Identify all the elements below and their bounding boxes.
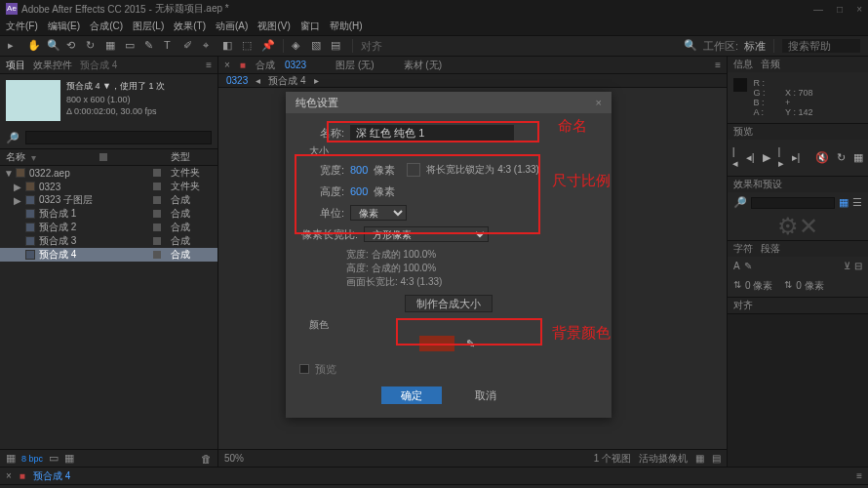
panel-menu-icon[interactable]: ≡: [715, 60, 721, 70]
help-search-input[interactable]: [782, 39, 860, 53]
last-frame-icon[interactable]: ▸|: [792, 151, 801, 164]
preview-opt-icon[interactable]: ▦: [853, 151, 863, 164]
menu-effect[interactable]: 效果(T): [174, 20, 206, 33]
project-item[interactable]: 预合成 4合成: [0, 248, 217, 262]
tab-layer[interactable]: 图层 (无): [335, 59, 374, 72]
tl-close-icon[interactable]: ×: [6, 470, 12, 481]
project-item[interactable]: 预合成 1合成: [0, 207, 217, 221]
strike-icon[interactable]: ⊟: [854, 261, 862, 271]
loop-icon[interactable]: ↻: [837, 151, 846, 164]
menu-comp[interactable]: 合成(C): [90, 20, 123, 33]
maximize-icon[interactable]: □: [837, 4, 843, 15]
comp-tab-name[interactable]: 0323: [285, 60, 306, 70]
lock-ratio-label[interactable]: 将长宽比锁定为 4:3 (1.33): [426, 163, 539, 177]
viewer-opt2-icon[interactable]: ▤: [712, 453, 721, 464]
search-icon[interactable]: 🔎: [6, 132, 20, 144]
project-list[interactable]: ▼0322.aep文件夹▶0323文件夹▶0323 子图层合成预合成 1合成预合…: [0, 166, 217, 449]
cancel-button[interactable]: 取消: [455, 386, 516, 404]
close-icon[interactable]: ×: [856, 4, 862, 15]
eyedropper-icon[interactable]: ✎: [466, 338, 478, 349]
tab-audio[interactable]: 音频: [761, 58, 780, 71]
trash-icon[interactable]: 🗑: [201, 453, 212, 465]
next-frame-icon[interactable]: |▸: [778, 145, 784, 170]
zoom-tool-icon[interactable]: 🔍: [47, 39, 60, 53]
tab-footage[interactable]: 素材 (无): [404, 59, 442, 72]
col-type[interactable]: 类型: [171, 150, 190, 164]
ok-button[interactable]: 确定: [381, 386, 442, 404]
tab-fx-presets[interactable]: 效果和预设: [733, 178, 782, 191]
camera-tool-icon[interactable]: ▦: [105, 39, 119, 53]
project-item[interactable]: 预合成 3合成: [0, 234, 217, 248]
mask-tool-icon[interactable]: ▧: [311, 39, 325, 53]
grid-view-icon[interactable]: ▦: [839, 196, 848, 209]
tool-icon[interactable]: ▤: [331, 39, 344, 53]
color-swatch[interactable]: [419, 336, 454, 351]
panel-menu-icon[interactable]: ≡: [856, 470, 862, 481]
breadcrumb-comp[interactable]: 0323: [226, 75, 248, 86]
tl-comp-name[interactable]: 预合成 4: [33, 469, 70, 483]
menu-layer[interactable]: 图层(L): [133, 20, 164, 33]
pen-tool-icon[interactable]: ✎: [144, 39, 158, 53]
width-value[interactable]: 800: [350, 164, 368, 176]
project-search-input[interactable]: [25, 131, 212, 144]
tl-lock-icon[interactable]: ■: [20, 470, 25, 481]
menu-window[interactable]: 窗口: [300, 20, 320, 33]
breadcrumb-layer[interactable]: 预合成 4: [268, 74, 305, 88]
tab-info[interactable]: 信息: [733, 58, 753, 71]
tab-align[interactable]: 对齐: [733, 299, 753, 312]
new-folder-icon[interactable]: ▭: [49, 452, 59, 465]
dialog-close-icon[interactable]: ×: [596, 97, 602, 108]
col-name[interactable]: 名称: [6, 150, 25, 164]
par-select[interactable]: 方形像素: [364, 226, 489, 242]
nav-prev-icon[interactable]: ◂: [256, 75, 260, 86]
nav-next-icon[interactable]: ▸: [314, 75, 319, 86]
interpret-icon[interactable]: ▦: [6, 452, 16, 465]
make-comp-size-button[interactable]: 制作合成大小: [405, 295, 493, 312]
solid-name-input[interactable]: [350, 125, 514, 141]
menu-edit[interactable]: 编辑(E): [48, 20, 80, 33]
height-value[interactable]: 600: [350, 185, 368, 197]
underline-icon[interactable]: ⊻: [844, 261, 850, 271]
unit-select[interactable]: 像素: [350, 205, 407, 221]
fx-search-input[interactable]: [751, 197, 835, 209]
menu-view[interactable]: 视图(V): [257, 20, 290, 33]
leading[interactable]: 0 像素: [796, 279, 823, 293]
hand-tool-icon[interactable]: ✋: [27, 39, 41, 53]
tab-character[interactable]: 字符: [733, 242, 753, 256]
clone-tool-icon[interactable]: ⌖: [203, 39, 217, 53]
active-camera[interactable]: 活动摄像机: [639, 452, 688, 466]
rotate-tool-icon[interactable]: ↻: [86, 39, 99, 53]
new-comp-icon[interactable]: ▦: [64, 452, 74, 465]
brush-tool-icon[interactable]: ✐: [183, 39, 197, 53]
font-icon[interactable]: A: [733, 261, 740, 271]
menu-file[interactable]: 文件(F): [6, 20, 38, 33]
text-tool-icon[interactable]: T: [164, 39, 178, 53]
view-layout[interactable]: 1 个视图: [594, 452, 631, 466]
mute-icon[interactable]: 🔇: [815, 151, 829, 164]
viewer-close-icon[interactable]: ×: [224, 60, 230, 70]
first-frame-icon[interactable]: |◂: [732, 145, 738, 170]
panel-menu-icon[interactable]: ≡: [206, 60, 212, 70]
workspace-preset[interactable]: 标准: [744, 39, 766, 54]
link-dimensions-icon[interactable]: [407, 163, 420, 177]
selection-tool-icon[interactable]: ▸: [8, 39, 21, 53]
project-item[interactable]: ▶0323 子图层合成: [0, 193, 217, 207]
tab-comp[interactable]: 合成: [256, 59, 275, 72]
viewer-lock-icon[interactable]: ■: [240, 60, 246, 70]
project-item[interactable]: ▼0322.aep文件夹: [0, 166, 217, 180]
prev-frame-icon[interactable]: ◂|: [746, 151, 755, 164]
shape-tool-icon[interactable]: ◈: [292, 39, 305, 53]
bpc-toggle[interactable]: 8 bpc: [21, 454, 43, 464]
tab-preview[interactable]: 预览: [733, 125, 753, 139]
viewer-opt-icon[interactable]: ▦: [695, 453, 704, 464]
search-icon[interactable]: 🔎: [733, 196, 747, 209]
search-icon[interactable]: 🔍: [684, 39, 697, 53]
anchor-tool-icon[interactable]: ▭: [125, 39, 138, 53]
label-col-icon[interactable]: [99, 153, 107, 161]
project-item[interactable]: 预合成 2合成: [0, 221, 217, 234]
project-item[interactable]: ▶0323文件夹: [0, 180, 217, 193]
tab-project[interactable]: 项目: [6, 59, 25, 72]
menu-anim[interactable]: 动画(A): [216, 20, 248, 33]
snap-toggle[interactable]: 对齐: [361, 39, 382, 54]
puppet-tool-icon[interactable]: 📌: [261, 39, 275, 53]
